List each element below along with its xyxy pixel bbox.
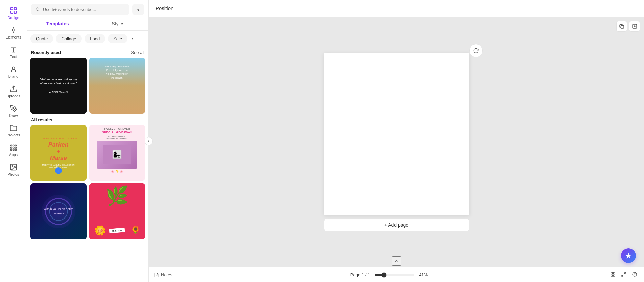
filter-button[interactable] [132, 4, 144, 15]
sidebar-item-uploads[interactable]: Uploads [0, 82, 27, 101]
filter-icon [136, 7, 141, 12]
templates-panel: Templates Styles Quote Collage Food Sale… [27, 0, 149, 282]
hide-panel-button[interactable]: ‹ [145, 137, 153, 145]
bottom-bar: Notes Page 1 / 1 41% [149, 267, 644, 282]
svg-rect-24 [621, 25, 624, 28]
search-icon [35, 7, 40, 12]
canvas-toolbar-right [616, 21, 640, 32]
sidebar-item-brand-label: Brand [8, 74, 18, 78]
recently-used-header: Recently used See all [30, 47, 145, 58]
sidebar-item-photos-label: Photos [7, 172, 19, 176]
chip-collage[interactable]: Collage [56, 34, 81, 43]
fullscreen-button[interactable] [620, 270, 628, 280]
svg-rect-11 [10, 147, 12, 148]
template-card-giveaway[interactable]: TWELVE FOREVER SPECIAL GIVEAWAY win a pa… [89, 125, 145, 181]
fullscreen-icon [621, 272, 626, 277]
template-card-universe[interactable]: Within you is an entireuniverse [30, 183, 87, 239]
main-toolbar: Position [149, 0, 644, 17]
svg-rect-8 [10, 145, 12, 146]
svg-rect-12 [13, 147, 14, 148]
svg-rect-33 [613, 275, 615, 276]
template-card-beach[interactable]: I look my best whenI'm totally free, onh… [89, 58, 145, 114]
sidebar-item-draw[interactable]: Draw [0, 101, 27, 121]
svg-rect-14 [10, 149, 12, 151]
magic-icon [625, 252, 632, 259]
add-page-button[interactable]: + Add page [324, 219, 469, 231]
svg-point-5 [12, 67, 15, 69]
svg-point-19 [36, 8, 39, 11]
sidebar-item-projects[interactable]: Projects [0, 121, 27, 140]
category-chips: Quote Collage Food Sale › [27, 31, 148, 47]
tab-templates[interactable]: Templates [27, 18, 88, 30]
sidebar-item-apps[interactable]: Apps [0, 140, 27, 160]
projects-icon [10, 124, 17, 132]
tab-styles[interactable]: Styles [88, 18, 149, 30]
sidebar-item-design-label: Design [7, 16, 19, 20]
sidebar-item-photos[interactable]: Photos [0, 160, 27, 180]
sidebar-item-apps-label: Apps [9, 153, 18, 157]
help-button[interactable] [630, 270, 639, 280]
chip-sale[interactable]: Sale [108, 34, 127, 43]
add-page-icon [632, 24, 637, 29]
text-icon [10, 46, 17, 53]
grid-view-button[interactable] [609, 270, 617, 280]
chip-more-button[interactable]: › [130, 34, 135, 43]
sidebar-item-elements-label: Elements [6, 35, 21, 39]
svg-rect-10 [15, 145, 16, 146]
refresh-icon [473, 48, 479, 54]
add-canvas-button[interactable] [629, 21, 640, 32]
help-icon [632, 272, 637, 277]
search-bar [27, 0, 148, 18]
panel-wrapper: Templates Styles Quote Collage Food Sale… [27, 0, 149, 282]
svg-point-7 [13, 107, 14, 109]
sidebar-item-brand[interactable]: Brand [0, 62, 27, 82]
chip-quote[interactable]: Quote [30, 34, 53, 43]
svg-rect-31 [613, 272, 615, 274]
draw-icon [10, 105, 17, 112]
sidebar-item-draw-label: Draw [9, 113, 18, 118]
sidebar-item-projects-label: Projects [7, 133, 20, 137]
template-card-parken[interactable]: TIMELESS EDITIONS Parken+ Maise MEET THE… [30, 125, 87, 181]
duplicate-canvas-button[interactable] [616, 21, 627, 32]
svg-rect-2 [10, 11, 13, 13]
zoom-slider[interactable] [374, 272, 415, 278]
sidebar-item-design[interactable]: Design [0, 3, 27, 23]
svg-point-23 [138, 10, 138, 11]
sidebar-item-text-label: Text [10, 55, 17, 59]
svg-rect-1 [14, 8, 16, 10]
search-input[interactable] [43, 7, 125, 12]
toolbar-position-title: Position [156, 5, 173, 11]
all-results-header: All results [30, 114, 145, 125]
refresh-canvas-button[interactable] [469, 44, 483, 57]
bottom-right [609, 270, 639, 280]
svg-rect-16 [15, 149, 16, 151]
chevron-up-button[interactable] [392, 256, 401, 266]
apps-icon [10, 144, 17, 151]
notes-button[interactable]: Notes [154, 272, 172, 277]
grid-icon [610, 272, 616, 277]
recently-used-grid: "Autumn is a second springwhen every lea… [30, 58, 145, 114]
panel-content: Recently used See all "Autumn is a secon… [27, 47, 148, 282]
sidebar-item-elements[interactable]: Elements [0, 23, 27, 43]
svg-rect-3 [14, 11, 16, 13]
search-input-wrap [31, 4, 129, 15]
chevron-up-icon [394, 258, 399, 264]
magic-ai-button[interactable] [621, 248, 636, 263]
canvas-page[interactable] [324, 53, 469, 215]
svg-rect-30 [611, 272, 613, 274]
panel-tabs: Templates Styles [27, 18, 148, 31]
duplicate-icon [619, 24, 624, 29]
zoom-percent: 41% [419, 272, 431, 277]
see-all-link[interactable]: See all [131, 50, 144, 55]
chip-food[interactable]: Food [85, 34, 105, 43]
photos-icon [10, 163, 17, 171]
svg-rect-13 [15, 147, 16, 148]
template-card-flower[interactable]: 🌿 🌼 🌻 shop now [89, 183, 145, 239]
svg-line-35 [622, 275, 623, 276]
sidebar-item-text[interactable]: Text [0, 43, 27, 62]
page-info: Page 1 / 1 [350, 272, 370, 277]
notes-icon [154, 273, 159, 277]
svg-rect-32 [611, 275, 613, 276]
template-card-autumn[interactable]: "Autumn is a second springwhen every lea… [30, 58, 87, 114]
svg-line-34 [624, 272, 626, 274]
